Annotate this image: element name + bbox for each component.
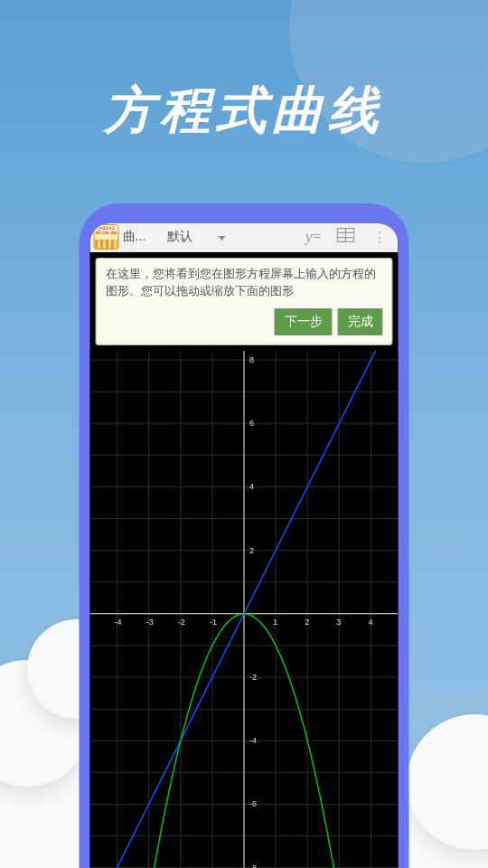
equation-icon[interactable]: y= — [297, 228, 330, 246]
svg-text:-4: -4 — [249, 737, 257, 746]
tab-curves[interactable]: 曲... — [123, 229, 146, 245]
page-title: 方程式曲线 — [0, 77, 488, 146]
svg-text:-4: -4 — [115, 618, 122, 627]
phone-frame: y=2x²+1sin cos tan 曲... 默认 y= ⋮ 在这里，您将看到… — [80, 203, 409, 868]
svg-text:3: 3 — [336, 618, 341, 627]
preset-dropdown[interactable]: 默认 — [167, 229, 225, 245]
svg-text:-2: -2 — [249, 673, 257, 682]
svg-text:-8: -8 — [249, 863, 257, 868]
next-button[interactable]: 下一步 — [275, 308, 333, 335]
menu-icon[interactable]: ⋮ — [362, 229, 395, 246]
tutorial-text: 在这里，您将看到您在图形方程屏幕上输入的方程的图形。您可以拖动或缩放下面的图形 — [106, 266, 383, 300]
svg-text:2: 2 — [249, 546, 254, 555]
svg-text:6: 6 — [249, 420, 254, 429]
tutorial-tooltip: 在这里，您将看到您在图形方程屏幕上输入的方程的图形。您可以拖动或缩放下面的图形 … — [96, 258, 393, 346]
table-icon[interactable] — [330, 228, 362, 246]
graph-canvas[interactable]: -4-3-2-11234-8-6-4-22468 — [90, 351, 399, 868]
svg-text:-3: -3 — [146, 618, 154, 627]
svg-text:-1: -1 — [210, 618, 217, 627]
chevron-down-icon — [218, 236, 225, 241]
svg-text:1: 1 — [273, 618, 277, 627]
svg-text:8: 8 — [249, 355, 254, 364]
preset-dropdown-label: 默认 — [167, 229, 192, 245]
svg-text:-6: -6 — [249, 800, 257, 809]
app-icon[interactable]: y=2x²+1sin cos tan — [94, 224, 119, 250]
svg-text:-2: -2 — [178, 618, 185, 627]
svg-text:4: 4 — [368, 618, 372, 627]
toolbar: y=2x²+1sin cos tan 曲... 默认 y= ⋮ — [90, 223, 399, 252]
svg-text:4: 4 — [249, 483, 254, 492]
done-button[interactable]: 完成 — [338, 308, 383, 335]
screen: y=2x²+1sin cos tan 曲... 默认 y= ⋮ 在这里，您将看到… — [90, 223, 399, 868]
svg-text:2: 2 — [305, 618, 309, 627]
